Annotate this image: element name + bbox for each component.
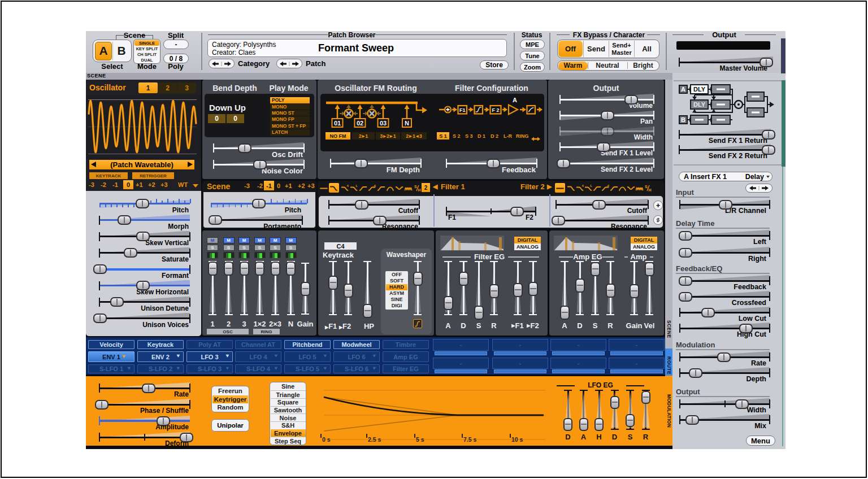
svg-text:4: 4	[347, 184, 349, 188]
svg-text:F1: F1	[459, 107, 466, 113]
svg-text:4: 4	[374, 184, 376, 188]
svg-text:S: S	[645, 185, 648, 189]
svg-text:4: 4	[582, 184, 584, 188]
svg-text:B: B	[681, 116, 685, 123]
svg-text:S: S	[414, 185, 417, 189]
svg-text:N: N	[405, 120, 409, 127]
svg-text:DLY: DLY	[693, 101, 706, 108]
svg-text:L: L	[356, 184, 358, 188]
svg-text:L: L	[591, 184, 593, 188]
svg-text:02: 02	[357, 120, 363, 127]
svg-text:DLY: DLY	[693, 86, 706, 93]
svg-text:01: 01	[334, 120, 341, 127]
svg-text:4: 4	[607, 184, 610, 188]
svg-text:A: A	[681, 86, 685, 93]
svg-text:H: H	[418, 188, 421, 192]
svg-text:03: 03	[380, 120, 387, 127]
svg-text:H: H	[649, 188, 652, 192]
